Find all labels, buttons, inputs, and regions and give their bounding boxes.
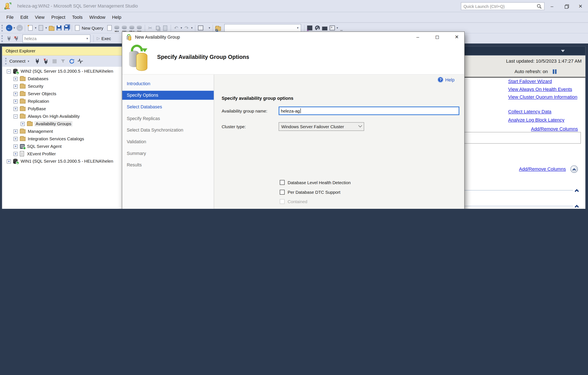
menu-tools[interactable]: Tools bbox=[69, 12, 86, 22]
view-cluster-quorum-link[interactable]: View Cluster Quorum Information bbox=[508, 94, 577, 100]
save-button[interactable] bbox=[55, 23, 63, 32]
expand-icon[interactable]: + bbox=[21, 122, 25, 126]
dmx-query-button[interactable]: DMX bbox=[120, 23, 128, 32]
dialog-minimize-button[interactable]: – bbox=[412, 33, 424, 41]
menu-project[interactable]: Project bbox=[48, 12, 69, 22]
new-project-button[interactable]: ✦ bbox=[27, 23, 34, 32]
immediate-window-button[interactable]: > bbox=[328, 23, 336, 32]
stop-icon[interactable] bbox=[50, 57, 59, 65]
add-remove-columns-link-top[interactable]: Add/Remove Columns bbox=[531, 126, 578, 132]
navigate-forward-button[interactable]: → bbox=[16, 23, 23, 32]
expand-icon[interactable]: + bbox=[14, 107, 18, 111]
document-dropdown-icon[interactable] bbox=[561, 50, 565, 52]
tree-item-replication[interactable]: + Replication bbox=[14, 97, 49, 105]
availability-group-name-input[interactable]: heleza-ag bbox=[279, 106, 459, 115]
find-combobox[interactable]: ▼ bbox=[224, 24, 301, 32]
wrench-icon[interactable] bbox=[314, 23, 321, 32]
redo-button[interactable]: ↷ bbox=[183, 23, 190, 32]
navigate-back-button[interactable]: ← bbox=[5, 23, 13, 32]
plug-disconnect-icon[interactable] bbox=[42, 57, 50, 65]
toolbar-grip[interactable] bbox=[1, 25, 3, 31]
checkbox-icon[interactable] bbox=[280, 180, 285, 185]
dialog-close-button[interactable]: ✕ bbox=[451, 33, 463, 41]
connect-dropdown-icon[interactable]: ▼ bbox=[27, 60, 30, 62]
collapse-icon[interactable]: − bbox=[7, 69, 11, 73]
expand-icon[interactable]: + bbox=[14, 84, 18, 88]
connect-button[interactable]: Connect bbox=[8, 59, 27, 63]
menu-help[interactable]: Help bbox=[109, 12, 125, 22]
menu-file[interactable]: File bbox=[3, 12, 17, 22]
database-combobox[interactable]: heleza▼ bbox=[22, 34, 90, 42]
checkbox-per-database-dtc[interactable]: Per Database DTC Support bbox=[280, 190, 340, 195]
minimize-button[interactable]: – bbox=[546, 3, 558, 10]
expand-icon[interactable]: + bbox=[14, 129, 18, 133]
tree-item-integration-services[interactable]: + Integration Services Catalogs bbox=[14, 135, 84, 143]
add-remove-columns-link-bottom[interactable]: Add/Remove Columns bbox=[519, 167, 566, 172]
add-item-button[interactable] bbox=[37, 23, 45, 32]
checkbox-db-level-health-detection[interactable]: Database Level Health Detection bbox=[280, 180, 351, 185]
paste-button[interactable] bbox=[161, 23, 169, 32]
new-project-dropdown-icon[interactable]: ▼ bbox=[34, 27, 37, 30]
open-file-button[interactable] bbox=[48, 23, 55, 32]
collapse-icon[interactable]: − bbox=[14, 114, 18, 118]
tree-item-security[interactable]: + Security bbox=[14, 83, 43, 90]
find-button[interactable] bbox=[214, 23, 222, 32]
filter-icon[interactable] bbox=[59, 57, 67, 65]
dax-query-button[interactable]: DAX bbox=[136, 23, 143, 32]
dashboard-filter-box[interactable] bbox=[456, 132, 581, 144]
disconnect-database-icon[interactable] bbox=[13, 34, 20, 43]
database-query-icon[interactable] bbox=[106, 23, 113, 32]
expand-icon[interactable]: + bbox=[14, 99, 18, 103]
marker-dropdown-icon[interactable]: ▼ bbox=[208, 27, 211, 30]
copy-button[interactable] bbox=[154, 23, 161, 32]
quick-launch-input[interactable]: Quick Launch (Ctrl+Q) bbox=[461, 2, 544, 10]
marker-button[interactable] bbox=[197, 23, 204, 32]
collapse-section-button[interactable] bbox=[570, 165, 578, 173]
menu-edit[interactable]: Edit bbox=[17, 12, 31, 22]
execute-icon[interactable]: ▷ bbox=[97, 36, 100, 41]
expand-icon[interactable]: + bbox=[7, 159, 11, 163]
back-dropdown-icon[interactable]: ▼ bbox=[13, 27, 16, 30]
menu-view[interactable]: View bbox=[32, 12, 48, 22]
new-query-icon[interactable] bbox=[74, 23, 81, 32]
undo-dropdown-icon[interactable]: ▼ bbox=[180, 27, 183, 30]
execute-button[interactable]: Exec bbox=[102, 36, 111, 41]
step-specify-options[interactable]: Specify Options bbox=[122, 91, 214, 100]
dialog-maximize-button[interactable]: ◻ bbox=[431, 33, 443, 41]
tree-item-databases[interactable]: + Databases bbox=[14, 75, 48, 83]
connect-database-icon[interactable] bbox=[5, 34, 13, 43]
toolbar-grip-2[interactable] bbox=[1, 35, 3, 42]
tree-item-xevent-profiler[interactable]: + XEvent Profiler bbox=[14, 150, 56, 157]
new-query-button[interactable]: New Query bbox=[82, 26, 103, 30]
toolbar-overflow-icon[interactable]: _ bbox=[340, 26, 343, 30]
cluster-type-dropdown[interactable]: Windows Server Failover Cluster bbox=[279, 122, 364, 131]
xmla-query-button[interactable]: XMLA bbox=[128, 23, 136, 32]
pause-icon[interactable] bbox=[552, 69, 557, 74]
properties-window-button[interactable]: x bbox=[306, 23, 314, 32]
analyze-log-block-latency-link[interactable]: Analyze Log Block Latency bbox=[508, 117, 564, 123]
menu-window[interactable]: Window bbox=[86, 12, 109, 22]
tree-item-polybase[interactable]: + PolyBase bbox=[14, 105, 46, 113]
tree-item-always-on[interactable]: − Always On High Availability bbox=[14, 113, 80, 120]
tree-item-win2[interactable]: − ▶ WIN2 (SQL Server 15.0.2000.5 - HELEN… bbox=[7, 67, 113, 75]
start-failover-wizard-link[interactable]: Start Failover Wizard bbox=[508, 79, 552, 84]
step-introduction[interactable]: Introduction bbox=[122, 79, 214, 88]
step-select-databases[interactable]: Select Databases bbox=[122, 102, 214, 111]
close-button[interactable]: ✕ bbox=[575, 3, 586, 10]
tree-item-server-objects[interactable]: + Server Objects bbox=[14, 90, 56, 97]
tree-item-management[interactable]: + Management bbox=[14, 128, 53, 135]
restore-button[interactable] bbox=[561, 3, 572, 10]
collect-latency-data-link[interactable]: Collect Latency Data bbox=[508, 109, 551, 115]
checkbox-icon[interactable] bbox=[280, 190, 285, 195]
toolbox-button[interactable] bbox=[321, 23, 328, 32]
add-item-dropdown-icon[interactable]: ▼ bbox=[45, 27, 48, 30]
expand-icon[interactable]: + bbox=[14, 92, 18, 96]
oe-toolbar-grip[interactable] bbox=[5, 58, 7, 64]
expand-icon[interactable]: + bbox=[14, 152, 18, 156]
help-link[interactable]: ? Help bbox=[438, 77, 454, 83]
activity-monitor-icon[interactable] bbox=[76, 57, 84, 65]
refresh-icon[interactable] bbox=[67, 57, 76, 65]
redo-dropdown-icon[interactable]: ▼ bbox=[190, 27, 193, 30]
expand-icon[interactable]: + bbox=[14, 137, 18, 141]
collapse-chevron-1[interactable] bbox=[575, 189, 579, 193]
